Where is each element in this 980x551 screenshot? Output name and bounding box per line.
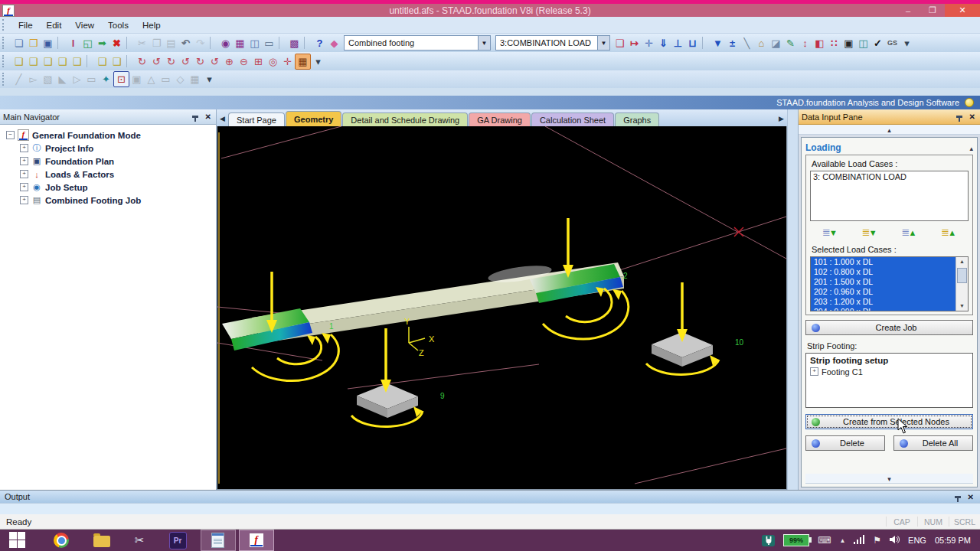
triangle-mesh-icon[interactable]: △ (144, 72, 158, 86)
copy-job-icon[interactable]: ❑ (612, 36, 627, 51)
load-on-footing-icon[interactable]: ▼ (710, 36, 725, 51)
view-custom-a-icon[interactable]: ❑ (95, 54, 109, 69)
close-icon[interactable]: ✕ (205, 112, 211, 121)
scroll-thumb[interactable] (957, 268, 967, 283)
expand-box-icon[interactable]: + (20, 196, 28, 204)
open-folder-icon[interactable]: ❒ (26, 36, 41, 51)
tab-scroll-right-icon[interactable]: ▶ (776, 112, 786, 125)
list-item[interactable]: 102 : 0.800 x DL (811, 267, 956, 277)
draw-curve-icon[interactable]: ╱ (11, 72, 26, 86)
crop-region-icon[interactable]: ▧ (41, 72, 55, 86)
zoom-window-icon[interactable]: ⊞ (251, 54, 266, 69)
display-options-icon[interactable]: ✦ (99, 72, 113, 86)
create-job-button[interactable]: Create Job (805, 320, 973, 335)
chrome-taskbar-icon[interactable] (54, 533, 69, 548)
toolbar-separator[interactable] (57, 37, 64, 49)
new-document-icon[interactable]: ❏ (11, 36, 26, 51)
origin-marker-icon[interactable]: ✛ (642, 36, 656, 51)
nav-project-info[interactable]: + ⓘ Project Info (2, 142, 214, 155)
calculator-icon[interactable]: ▩ (287, 36, 302, 51)
draw-line-icon[interactable]: ╲ (740, 36, 754, 51)
minimize-button[interactable]: – (896, 4, 920, 17)
toolbar-overflow-icon[interactable]: ▾ (202, 72, 217, 86)
grid-setup-icon[interactable]: ▦ (295, 54, 311, 70)
render-view-icon[interactable]: ▣ (841, 36, 856, 51)
delete-all-button[interactable]: Delete All (893, 435, 973, 451)
pick-support-icon[interactable]: ◣ (55, 72, 70, 86)
menu-file[interactable]: File (11, 18, 40, 32)
validate-icon[interactable]: ✓ (871, 36, 885, 51)
pin-icon[interactable] (192, 116, 198, 118)
collapse-section-icon[interactable] (969, 143, 973, 152)
toolbar-separator[interactable] (702, 37, 708, 49)
tab-detail-and-schedule-drawing[interactable]: Detail and Schedule Drawing (342, 112, 468, 126)
restore-button[interactable]: ❐ (920, 4, 945, 17)
pedestal-icon[interactable]: ± (725, 36, 740, 51)
tab-ga-drawing[interactable]: GA Drawing (469, 112, 531, 126)
pane-expand-strip[interactable] (805, 474, 973, 484)
scroll-up-icon[interactable]: ▲ (959, 257, 965, 266)
load-case-dropdown[interactable]: 3:COMBINATION LOAD ▼ (495, 35, 610, 51)
data-panels-icon[interactable]: ◫ (856, 36, 871, 51)
tray-expand-icon[interactable]: ▲ (839, 537, 845, 544)
menu-help[interactable]: Help (136, 18, 168, 32)
toolbar-separator[interactable] (304, 37, 310, 49)
zoom-previous-icon[interactable]: ◎ (266, 54, 280, 69)
delete-selected-icon[interactable]: ✖ (109, 36, 124, 51)
whats-this-icon[interactable]: ◆ (327, 36, 341, 51)
list-item[interactable]: 204 : 0.990 x DL (811, 307, 956, 311)
mirror-icon[interactable]: ▷ (70, 72, 84, 86)
change-height-icon[interactable]: ↕ (798, 36, 812, 51)
view-front-icon[interactable]: ❑ (41, 54, 55, 69)
import-data-icon[interactable]: ➡ (95, 36, 109, 51)
pane-splitter[interactable] (787, 109, 798, 490)
expand-box-icon[interactable]: + (20, 183, 28, 191)
rect-region-icon[interactable]: ▭ (158, 72, 173, 86)
move-copy-icon[interactable]: ▣ (129, 72, 144, 86)
delete-button[interactable]: Delete (805, 435, 885, 451)
spin-view-icon[interactable]: ✛ (280, 54, 295, 69)
add-load-case-button[interactable]: ≣ ▼ (822, 228, 838, 237)
collapse-box-icon[interactable]: − (6, 131, 15, 139)
list-item[interactable]: 101 : 1.000 x DL (811, 257, 956, 267)
rotate-x-cw-icon[interactable]: ↻ (135, 54, 149, 69)
start-button[interactable] (9, 532, 26, 549)
scroll-down-icon[interactable]: ▼ (959, 302, 965, 311)
zoom-out-icon[interactable]: ⊖ (237, 54, 251, 69)
menu-view[interactable]: View (68, 18, 101, 32)
poly-region-icon[interactable]: ◇ (173, 72, 188, 86)
pin-icon[interactable] (956, 116, 962, 118)
zoom-in-icon[interactable]: ⊕ (222, 54, 237, 69)
view-custom-b-icon[interactable]: ❑ (109, 54, 124, 69)
snapshot-icon[interactable]: ◉ (218, 36, 233, 51)
toolbar-separator[interactable] (279, 37, 285, 49)
point-grid-icon[interactable]: ▦ (188, 72, 202, 86)
cut-icon[interactable]: ✂ (135, 36, 149, 51)
toolbar-separator[interactable] (87, 55, 93, 67)
selected-load-cases-list[interactable]: 101 : 1.000 x DL102 : 0.800 x DL201 : 1.… (810, 256, 969, 311)
snipping-tool-taskbar-icon[interactable]: ✂ (135, 533, 145, 547)
geometry-viewport[interactable]: Y X Z 1 2 9 10 (217, 126, 787, 490)
list-item[interactable]: 3: COMBINATION LOAD (811, 171, 968, 182)
print-preview-icon[interactable]: ◫ (247, 36, 262, 51)
rotate-y-ccw-icon[interactable]: ↺ (178, 54, 193, 69)
pin-icon[interactable] (955, 496, 961, 498)
toolbar-separator[interactable] (126, 55, 132, 67)
view-isometric-icon[interactable]: ❑ (11, 54, 26, 69)
support-icon[interactable]: ⊥ (671, 36, 685, 51)
expand-box-icon[interactable]: + (810, 367, 818, 376)
remove-all-load-cases-button[interactable]: ≣ ▲ (941, 228, 956, 237)
tab-calculation-sheet[interactable]: Calculation Sheet (531, 112, 614, 126)
save-icon[interactable]: ▣ (41, 36, 55, 51)
add-all-load-cases-button[interactable]: ≣ ▼ (862, 228, 877, 237)
rotate-z-cw-icon[interactable]: ↻ (193, 54, 207, 69)
toolbar-separator[interactable] (210, 37, 216, 49)
add-nodal-load-icon[interactable]: ⇓ (656, 36, 671, 51)
nav-loads-factors[interactable]: + ↓ Loads & Factors (2, 168, 214, 181)
view-top-icon[interactable]: ❑ (26, 54, 41, 69)
rotate-x-ccw-icon[interactable]: ↺ (149, 54, 164, 69)
close-button[interactable]: ✕ (945, 4, 980, 17)
strip-footing-tree[interactable]: Strip footing setup + Footing C1 (805, 353, 973, 408)
nav-job-setup[interactable]: + ◉ Job Setup (2, 181, 214, 194)
language-indicator[interactable]: ENG (908, 536, 926, 545)
